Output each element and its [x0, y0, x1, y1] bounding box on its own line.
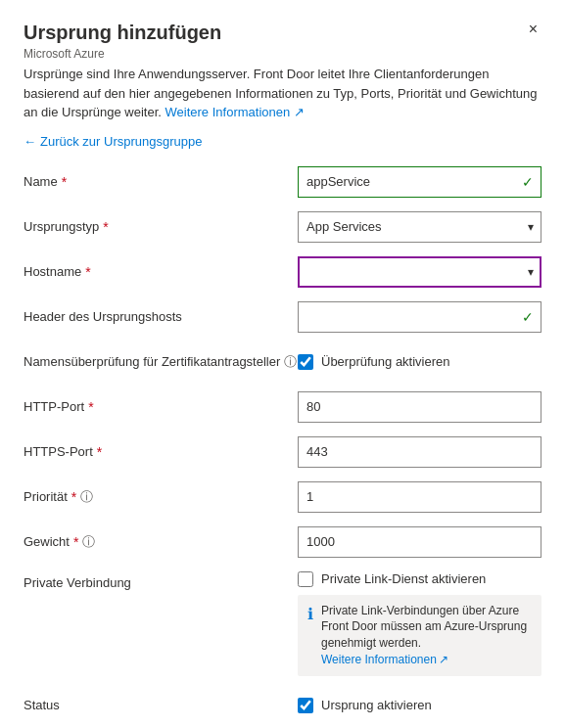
- close-button[interactable]: ×: [525, 20, 541, 39]
- private-link-checkbox-label: Private Link-Dienst aktivieren: [321, 571, 486, 586]
- private-link-checkbox[interactable]: [298, 571, 313, 587]
- cert-validation-row: Namensüberprüfung für Zertifikatantragst…: [24, 346, 541, 378]
- https-port-control: [298, 436, 541, 468]
- private-link-checkbox-row: Private Link-Dienst aktivieren: [298, 571, 541, 587]
- status-checkbox[interactable]: [298, 698, 313, 713]
- priority-input[interactable]: [298, 481, 541, 513]
- origin-host-header-control: ✓: [298, 301, 541, 333]
- https-port-row: HTTPS-Port*: [24, 436, 541, 468]
- priority-label: Priorität* ⓘ: [24, 488, 298, 506]
- hostname-row: Hostname* ▾: [24, 256, 541, 288]
- http-port-control: [298, 391, 541, 423]
- priority-control: [298, 481, 541, 513]
- panel-subtitle: Microsoft Azure: [24, 47, 221, 61]
- panel-title: Ursprung hinzufügen: [24, 20, 221, 45]
- origin-host-header-row: Header des Ursprungshosts ✓: [24, 301, 541, 333]
- weight-required: *: [73, 534, 78, 550]
- cert-checkbox[interactable]: [298, 354, 313, 370]
- status-row: Status Ursprung aktivieren: [24, 690, 541, 721]
- http-port-row: HTTP-Port*: [24, 391, 541, 423]
- weight-label: Gewicht* ⓘ: [24, 533, 298, 551]
- origin-type-label: Ursprungstyp*: [24, 219, 298, 235]
- back-link[interactable]: ← Zurück zur Ursprungsgruppe: [24, 134, 202, 149]
- origin-host-header-select[interactable]: [298, 301, 541, 333]
- origin-host-header-label: Header des Ursprungshosts: [24, 309, 298, 324]
- origin-type-row: Ursprungstyp* App Services Storage Cloud…: [24, 211, 541, 243]
- hostname-required: *: [85, 264, 90, 280]
- private-link-more-info-link[interactable]: Weitere Informationen ↗: [321, 652, 448, 668]
- priority-info-icon[interactable]: ⓘ: [80, 488, 93, 506]
- name-row: Name* ✓: [24, 166, 541, 198]
- private-link-info-icon: ℹ: [307, 604, 313, 668]
- http-port-input[interactable]: [298, 391, 541, 423]
- https-port-input[interactable]: [298, 436, 541, 468]
- private-link-info-box: ℹ Private Link-Verbindungen über Azure F…: [298, 595, 541, 676]
- hostname-select[interactable]: [298, 256, 541, 288]
- weight-control: [298, 526, 541, 558]
- private-link-info-text: Private Link-Verbindungen über Azure Fro…: [321, 603, 532, 668]
- http-port-required: *: [88, 399, 93, 415]
- http-port-label: HTTP-Port*: [24, 399, 298, 415]
- origin-type-select[interactable]: App Services Storage Cloud Services Cust…: [298, 211, 541, 243]
- more-info-link[interactable]: Weitere Informationen ↗: [165, 105, 305, 119]
- priority-required: *: [71, 489, 76, 505]
- hostname-label: Hostname*: [24, 264, 298, 280]
- status-label: Status: [24, 698, 298, 712]
- description-text: Ursprünge sind Ihre Anwendungsserver. Fr…: [24, 65, 541, 122]
- https-port-required: *: [97, 444, 102, 460]
- status-checkbox-label: Ursprung aktivieren: [321, 698, 432, 712]
- status-checkbox-row: Ursprung aktivieren: [298, 698, 541, 713]
- name-control: ✓: [298, 166, 541, 198]
- cert-validation-label: Namensüberprüfung für Zertifikatantragst…: [24, 353, 298, 371]
- weight-input[interactable]: [298, 526, 541, 558]
- status-control: Ursprung aktivieren: [298, 698, 541, 713]
- name-required: *: [62, 174, 67, 190]
- https-port-label: HTTPS-Port*: [24, 444, 298, 460]
- origin-type-required: *: [103, 219, 108, 235]
- private-link-control: Private Link-Dienst aktivieren ℹ Private…: [298, 571, 541, 676]
- cert-info-icon[interactable]: ⓘ: [284, 353, 297, 371]
- origin-type-control: App Services Storage Cloud Services Cust…: [298, 211, 541, 243]
- weight-row: Gewicht* ⓘ: [24, 526, 541, 558]
- weight-info-icon[interactable]: ⓘ: [82, 533, 95, 551]
- private-connection-label: Private Verbindung: [24, 571, 298, 590]
- cert-checkbox-row: Überprüfung aktivieren: [298, 354, 541, 370]
- name-input[interactable]: [298, 166, 541, 198]
- name-label: Name*: [24, 174, 298, 190]
- priority-row: Priorität* ⓘ: [24, 481, 541, 513]
- private-connection-row: Private Verbindung Private Link-Dienst a…: [24, 571, 541, 676]
- hostname-control: ▾: [298, 256, 541, 288]
- cert-validation-control: Überprüfung aktivieren: [298, 354, 541, 370]
- cert-checkbox-label: Überprüfung aktivieren: [321, 354, 450, 369]
